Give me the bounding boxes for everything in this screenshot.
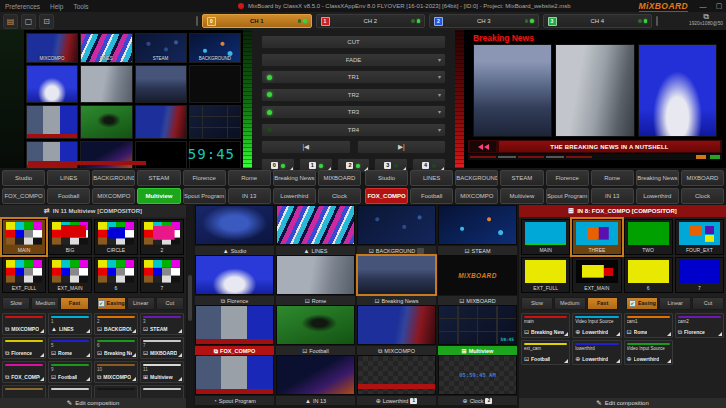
mode-easing[interactable]: ✔Easing bbox=[626, 297, 658, 310]
preset-2[interactable]: 2 bbox=[140, 219, 184, 255]
bus-button-spout-program[interactable]: Spout Program bbox=[546, 188, 589, 204]
cut-button[interactable]: CUT bbox=[261, 35, 446, 49]
speed-medium[interactable]: Medium bbox=[554, 297, 586, 310]
input-spout-program[interactable]: ◔Spout Program bbox=[195, 355, 274, 403]
preview-tile-mixcompo[interactable]: MIXCOMPO bbox=[26, 33, 78, 63]
preview-tile-lines[interactable]: LINES bbox=[80, 33, 132, 63]
bus-button-in-13[interactable]: IN 13 bbox=[228, 188, 271, 204]
new-file-icon[interactable]: ▢ bbox=[21, 14, 36, 29]
bus-button-steam[interactable]: STEAM bbox=[137, 170, 180, 186]
mode-linear[interactable]: Linear bbox=[659, 297, 691, 310]
speed-slow[interactable]: Slow bbox=[2, 297, 30, 310]
source-tile-rome[interactable]: 5⊡Rome bbox=[48, 337, 92, 359]
preset-ext-full[interactable]: EXT_FULL bbox=[521, 257, 570, 293]
source-tile-florence[interactable]: ⧉Florence bbox=[2, 337, 46, 359]
input-studio[interactable]: ▲Studio bbox=[195, 205, 274, 253]
display-icon[interactable]: ⊡ bbox=[39, 14, 54, 29]
source-tile-football[interactable]: 9⊡Football bbox=[48, 361, 92, 383]
source-tile-mixboard[interactable]: 7⊡MIXBOARD bbox=[140, 337, 184, 359]
bus-button-breaking-news[interactable]: Breaking News bbox=[636, 170, 679, 186]
input-lowerthird[interactable]: ⊕Lowerthird1 bbox=[357, 355, 436, 403]
close-button[interactable]: ▢ bbox=[714, 2, 724, 10]
bus-button-background[interactable]: BACKGROUND bbox=[92, 170, 135, 186]
preset-circle[interactable]: CIRCLE bbox=[94, 219, 138, 255]
input-in-13[interactable]: ▲IN 13 bbox=[276, 355, 355, 403]
bus-button-rome[interactable]: Rome bbox=[228, 170, 271, 186]
bus-button-mixboard[interactable]: MIXBOARD bbox=[681, 170, 724, 186]
preview-tile-mixboard[interactable] bbox=[189, 65, 241, 103]
source-tile-football[interactable]: ext_cam⊡Football bbox=[521, 340, 570, 365]
bus-button-breaking-news[interactable]: Breaking News bbox=[273, 170, 316, 186]
preset-ext-full[interactable]: EXT_FULL bbox=[2, 257, 46, 293]
source-tile-lines[interactable]: 1▲LINES bbox=[48, 313, 92, 335]
menu-item-tools[interactable]: Tools bbox=[73, 3, 88, 10]
left-edit-composition-button[interactable]: ✎ Edit composition bbox=[0, 398, 186, 408]
preview-tile-background[interactable]: BACKGROUND bbox=[189, 33, 241, 63]
mode-easing[interactable]: ✔Easing bbox=[97, 297, 126, 310]
bus-button-fox-compo[interactable]: FOX_COMPO bbox=[2, 188, 45, 204]
input-lines[interactable]: ▲LINES bbox=[276, 205, 355, 253]
preset-7[interactable]: 7 bbox=[675, 257, 724, 293]
source-tile-lowerthird[interactable]: lowerthird⊕Lowerthird bbox=[572, 340, 621, 365]
bus-button-mixboard[interactable]: MIXBOARD bbox=[318, 170, 361, 186]
source-tile-multiview[interactable]: 11⊞Multiview bbox=[140, 361, 184, 383]
input-steam[interactable]: ⊡STEAM bbox=[438, 205, 517, 253]
channel-button-1[interactable]: 0CH 1 bbox=[202, 14, 312, 28]
preset-main[interactable]: MAIN bbox=[521, 219, 570, 255]
preview-tile-breaking[interactable] bbox=[135, 65, 187, 103]
bus-button-clock[interactable]: Clock bbox=[681, 188, 724, 204]
bus-button-lines[interactable]: LINES bbox=[47, 170, 90, 186]
source-tile-breaking-news[interactable]: main⊡Breaking News bbox=[521, 313, 570, 338]
bus-button-rome[interactable]: Rome bbox=[591, 170, 634, 186]
channel-button-3[interactable]: 2CH 3 bbox=[429, 14, 539, 28]
preset-6[interactable]: 6 bbox=[624, 257, 673, 293]
bus-button-florence[interactable]: Florence bbox=[183, 170, 226, 186]
preset-big[interactable]: BIG bbox=[48, 219, 92, 255]
bus-button-studio[interactable]: Studio bbox=[2, 170, 45, 186]
source-tile-background[interactable]: 2⊡BACKGROUND bbox=[94, 313, 138, 335]
source-tile-steam[interactable]: 3⊡STEAM bbox=[140, 313, 184, 335]
mode-cut[interactable]: Cut bbox=[692, 297, 724, 310]
minimize-button[interactable]: — bbox=[698, 3, 708, 10]
right-edit-composition-button[interactable]: ✎ Edit composition bbox=[519, 398, 726, 408]
menu-item-preferences[interactable]: Preferences bbox=[5, 3, 40, 10]
channel-button-4[interactable]: 3CH 4 bbox=[543, 14, 653, 28]
bus-button-mixcompo[interactable]: MIXCOMPO bbox=[92, 188, 135, 204]
bus-button-multiview[interactable]: Multiview bbox=[500, 188, 543, 204]
bus-button-football[interactable]: Football bbox=[410, 188, 453, 204]
mode-cut[interactable]: Cut bbox=[156, 297, 184, 310]
input-background[interactable]: ⊡BACKGROUND bbox=[357, 205, 436, 253]
input-clock[interactable]: 05:59:45 AM⊕Clock2 bbox=[438, 355, 517, 403]
preview-tile-rome[interactable] bbox=[80, 65, 132, 103]
preset-ext-main[interactable]: EXT_MAIN bbox=[572, 257, 621, 293]
bus-button-football[interactable]: Football bbox=[47, 188, 90, 204]
input-mixboard[interactable]: MiXBOARD⊡MIXBOARD bbox=[438, 255, 517, 303]
bus-button-background[interactable]: BACKGROUND bbox=[455, 170, 498, 186]
source-tile-lowerthird[interactable]: Video Input Source⊕Lowerthird bbox=[572, 313, 621, 338]
fade-button[interactable]: FADE▾ bbox=[261, 53, 446, 67]
preset-ext-main[interactable]: EXT_MAIN bbox=[48, 257, 92, 293]
preview-tile-steam[interactable]: STEAM bbox=[135, 33, 187, 63]
menu-item-help[interactable]: Help bbox=[50, 3, 63, 10]
preset-main[interactable]: MAIN bbox=[2, 219, 46, 255]
next-button[interactable]: ▶| bbox=[357, 140, 447, 154]
preview-tile-florence[interactable] bbox=[26, 65, 78, 103]
source-tile-fox-compo[interactable]: ⧉FOX_COMPO bbox=[2, 361, 46, 383]
bus-button-studio[interactable]: Studio bbox=[365, 170, 408, 186]
bus-button-fox-compo[interactable]: FOX_COMPO bbox=[365, 188, 408, 204]
speed-medium[interactable]: Medium bbox=[31, 297, 59, 310]
project-icon[interactable]: ▤ bbox=[3, 14, 18, 29]
source-tile-lowerthird[interactable]: Video Input Source⊕Lowerthird bbox=[624, 340, 673, 365]
bus-button-lowerthird[interactable]: Lowerthird bbox=[273, 188, 316, 204]
bus-button-multiview[interactable]: Multiview bbox=[137, 188, 180, 204]
input-fox-compo[interactable]: ⧉FOX_COMPO bbox=[195, 305, 274, 353]
preview-tile-football[interactable] bbox=[80, 105, 132, 139]
source-tile-florence[interactable]: cam2⧉Florence bbox=[675, 313, 724, 338]
bus-button-clock[interactable]: Clock bbox=[318, 188, 361, 204]
input-mixcompo[interactable]: ⧉MIXCOMPO bbox=[357, 305, 436, 353]
preset-four-ext[interactable]: FOUR_EXT bbox=[675, 219, 724, 255]
source-tile-mixcompo[interactable]: 10⧉MIXCOMPO bbox=[94, 361, 138, 383]
input-rome[interactable]: ⊡Rome bbox=[276, 255, 355, 303]
previous-button[interactable]: |◀ bbox=[261, 140, 351, 154]
transition-tr1[interactable]: TR1▾ bbox=[261, 70, 446, 84]
